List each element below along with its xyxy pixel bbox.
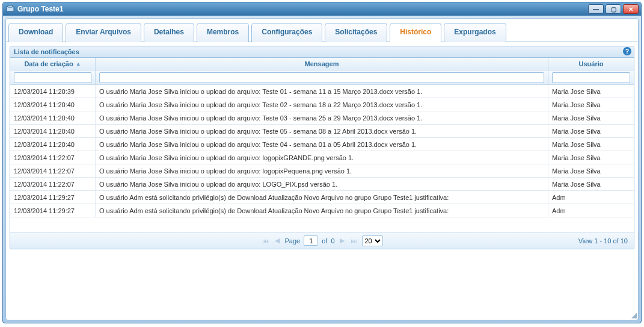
minimize-button[interactable]: —	[588, 4, 604, 14]
cell-message: O usuário Maria Jose Silva iniciou o upl…	[96, 178, 548, 190]
cell-created: 12/03/2014 11:20:40	[10, 138, 96, 151]
cell-message: O usuário Maria Jose Silva iniciou o upl…	[96, 125, 548, 137]
titlebar[interactable]: Grupo Teste1 — ▢ ✕	[3, 2, 641, 16]
maximize-button[interactable]: ▢	[606, 4, 621, 14]
cell-created: 12/03/2014 11:22:07	[10, 151, 96, 164]
window-title: Grupo Teste1	[17, 5, 588, 13]
cell-user: Maria Jose Silva	[548, 85, 634, 98]
grid-filter-row	[10, 70, 634, 85]
window-controls: — ▢ ✕	[588, 4, 639, 14]
col-header-user-label: Usuário	[579, 60, 604, 67]
pager-first-icon[interactable]: ⏮	[261, 237, 270, 244]
cell-created: 12/03/2014 11:22:07	[10, 178, 96, 190]
grid-body: 12/03/2014 11:20:39O usuário Maria Jose …	[10, 85, 634, 217]
cell-user: Maria Jose Silva	[548, 125, 634, 137]
col-header-message-label: Mensagem	[305, 60, 339, 67]
pager-prev-icon[interactable]: ◀	[274, 237, 281, 244]
table-row[interactable]: 12/03/2014 11:29:27O usuário Adm está so…	[10, 191, 634, 204]
resize-grip-icon[interactable]: ◢	[630, 311, 637, 319]
cell-created: 12/03/2014 11:29:27	[10, 204, 96, 217]
cell-created: 12/03/2014 11:22:07	[10, 164, 96, 177]
svg-rect-1	[8, 5, 13, 7]
cell-created: 12/03/2014 11:29:27	[10, 191, 96, 204]
table-row[interactable]: 12/03/2014 11:22:07O usuário Maria Jose …	[10, 151, 634, 164]
filter-message-input[interactable]	[99, 72, 544, 83]
cell-message: O usuário Adm está solicitando privilégi…	[96, 191, 548, 204]
cell-created: 12/03/2014 11:20:39	[10, 85, 96, 98]
sort-asc-icon: ▲	[76, 61, 81, 67]
filter-created-input[interactable]	[14, 72, 91, 83]
tab-detalhes[interactable]: Detalhes	[144, 23, 194, 42]
pager-next-icon[interactable]: ▶	[339, 237, 346, 244]
col-header-created[interactable]: Data de criação ▲	[10, 58, 96, 70]
table-row[interactable]: 12/03/2014 11:20:39O usuário Maria Jose …	[10, 85, 634, 98]
table-row[interactable]: 12/03/2014 11:20:40O usuário Maria Jose …	[10, 111, 634, 125]
cell-user: Maria Jose Silva	[548, 98, 634, 111]
table-row[interactable]: 12/03/2014 11:20:40O usuário Maria Jose …	[10, 125, 634, 138]
cell-created: 12/03/2014 11:20:40	[10, 125, 96, 137]
cell-user: Maria Jose Silva	[548, 178, 634, 190]
tab-histórico[interactable]: Histórico	[390, 23, 441, 42]
table-row[interactable]: 12/03/2014 11:22:07O usuário Maria Jose …	[10, 164, 634, 178]
pager-total-pages: 0	[331, 237, 334, 244]
tab-configurações[interactable]: Configurações	[251, 23, 322, 42]
tab-enviar-arquivos[interactable]: Enviar Arquivos	[66, 23, 141, 42]
grid-header: Data de criação ▲ Mensagem Usuário	[10, 58, 634, 70]
cell-message: O usuário Adm está solicitando privilégi…	[96, 204, 548, 217]
col-header-user[interactable]: Usuário	[548, 58, 634, 70]
notifications-panel: Lista de notificações ? Data de criação …	[10, 46, 634, 249]
pager-last-icon[interactable]: ⏭	[349, 237, 358, 244]
cell-message: O usuário Maria Jose Silva iniciou o upl…	[96, 151, 548, 164]
cell-created: 12/03/2014 11:20:40	[10, 111, 96, 124]
cell-message: O usuário Maria Jose Silva iniciou o upl…	[96, 164, 548, 177]
cell-user: Adm	[548, 204, 634, 217]
tab-expurgados[interactable]: Expurgados	[444, 23, 506, 42]
pager-perpage-select[interactable]: 10203050	[362, 235, 383, 246]
window-frame: Grupo Teste1 — ▢ ✕ DownloadEnviar Arquiv…	[2, 2, 642, 323]
cell-user: Adm	[548, 191, 634, 204]
tab-membros[interactable]: Membros	[197, 23, 249, 42]
cell-user: Maria Jose Silva	[548, 138, 634, 151]
col-header-created-label: Data de criação	[24, 60, 73, 67]
col-header-message[interactable]: Mensagem	[96, 58, 548, 70]
pager-of-label: of	[322, 237, 327, 244]
cell-message: O usuário Maria Jose Silva iniciou o upl…	[96, 85, 548, 98]
grid-spacer	[10, 217, 634, 232]
table-row[interactable]: 12/03/2014 11:29:27O usuário Adm está so…	[10, 204, 634, 217]
app-icon	[5, 4, 15, 14]
table-row[interactable]: 12/03/2014 11:22:07O usuário Maria Jose …	[10, 178, 634, 191]
pager-view-info: View 1 - 10 of 10	[578, 237, 628, 244]
help-icon[interactable]: ?	[623, 47, 631, 55]
panel-title: Lista de notificações	[14, 48, 79, 55]
cell-message: O usuário Maria Jose Silva iniciou o upl…	[96, 111, 548, 124]
cell-user: Maria Jose Silva	[548, 164, 634, 177]
tab-download[interactable]: Download	[8, 23, 63, 42]
pager-page-label: Page	[284, 237, 300, 244]
filter-user-input[interactable]	[552, 72, 630, 83]
cell-created: 12/03/2014 11:20:40	[10, 98, 96, 111]
table-row[interactable]: 12/03/2014 11:20:40O usuário Maria Jose …	[10, 138, 634, 151]
pager-page-input[interactable]	[304, 235, 318, 246]
tab-solicitações[interactable]: Solicitações	[325, 23, 387, 42]
cell-user: Maria Jose Silva	[548, 151, 634, 164]
tab-strip: DownloadEnviar ArquivosDetalhesMembrosCo…	[6, 20, 638, 42]
pager: ⏮ ◀ Page of 0 ▶ ⏭ 10203050 View 1 - 10 o…	[10, 232, 634, 249]
cell-user: Maria Jose Silva	[548, 111, 634, 124]
cell-message: O usuário Maria Jose Silva iniciou o upl…	[96, 98, 548, 111]
panel-header: Lista de notificações ?	[10, 46, 634, 58]
table-row[interactable]: 12/03/2014 11:20:40O usuário Maria Jose …	[10, 98, 634, 111]
cell-message: O usuário Maria Jose Silva iniciou o upl…	[96, 138, 548, 151]
close-button[interactable]: ✕	[623, 4, 639, 14]
window-body: DownloadEnviar ArquivosDetalhesMembrosCo…	[5, 18, 639, 320]
